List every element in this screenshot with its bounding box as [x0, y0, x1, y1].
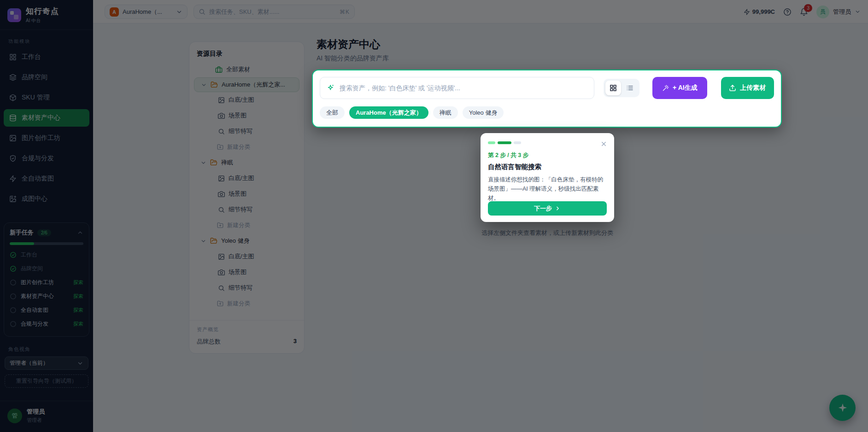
list-view-button[interactable]	[622, 81, 638, 95]
sparkles-icon	[327, 84, 335, 92]
grid-view-button[interactable]	[605, 81, 621, 95]
tour-step-label: 第 2 步 / 共 3 步	[488, 152, 607, 159]
wand-icon	[662, 85, 669, 92]
onboarding-tour-card: 第 2 步 / 共 3 步 自然语言智能搜索 直接描述你想找的图：「白色床垫，有…	[481, 133, 614, 222]
brand-filter-chips: 全部AuraHome（光辉之家）禅眠Yoleo 健身	[320, 106, 774, 119]
tour-dim-overlay	[0, 0, 868, 432]
grid-icon	[610, 84, 617, 92]
upload-icon	[729, 84, 736, 92]
tour-dot-upcoming	[514, 141, 521, 144]
tour-dot-done	[488, 141, 495, 144]
chevron-right-icon	[555, 205, 561, 211]
close-icon[interactable]	[598, 139, 609, 149]
app-root: 知行奇点 AI 中台 功能模块 工作台品牌空间SKU 管理素材资产中心图片创作工…	[0, 0, 868, 432]
filter-chip[interactable]: 全部	[320, 106, 345, 119]
filter-chip[interactable]: AuraHome（光辉之家）	[349, 106, 428, 119]
tour-dot-current	[498, 141, 511, 144]
tour-next-button[interactable]: 下一步	[488, 201, 607, 216]
tour-title: 自然语言智能搜索	[488, 163, 607, 171]
tour-description: 直接描述你想找的图：「白色床垫，有模特的场景图」——AI 理解语义，秒级找出匹配…	[488, 175, 607, 203]
view-toggle	[604, 79, 639, 97]
tour-progress-dots	[488, 141, 607, 144]
ai-generate-button[interactable]: + AI生成	[652, 77, 707, 99]
filter-chip[interactable]: Yoleo 健身	[463, 106, 504, 119]
asset-search-panel: + AI生成 上传素材 全部AuraHome（光辉之家）禅眠Yoleo 健身	[312, 70, 782, 128]
list-icon	[626, 84, 633, 92]
upload-asset-button[interactable]: 上传素材	[721, 77, 774, 99]
asset-search-box	[320, 77, 594, 99]
asset-search-input[interactable]	[340, 84, 587, 92]
filter-chip[interactable]: 禅眠	[433, 106, 458, 119]
